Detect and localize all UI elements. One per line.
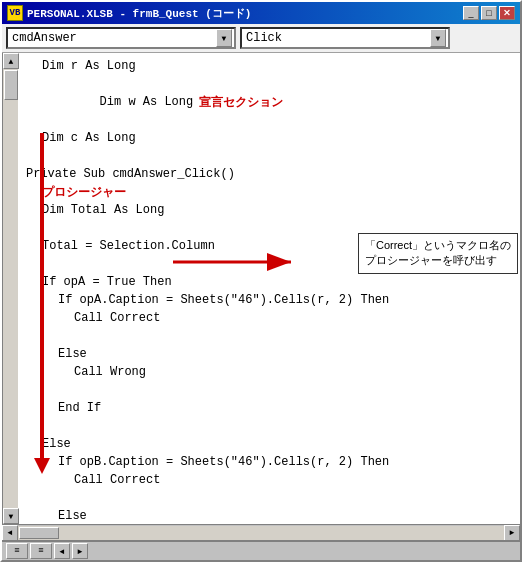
title-bar: VB PERSONAL.XLSB - frmB_Quest (コード) _ □ … xyxy=(2,2,520,24)
code-line-13: End If xyxy=(26,399,512,417)
status-btn-4[interactable]: ► xyxy=(72,543,88,559)
status-btn-3[interactable]: ◄ xyxy=(54,543,70,559)
status-btn-1[interactable]: ≡ xyxy=(6,543,28,559)
code-line-blank6 xyxy=(26,417,512,435)
object-combo-arrow[interactable]: ▼ xyxy=(216,29,232,47)
title-buttons: _ □ ✕ xyxy=(463,6,515,20)
status-bar: ≡ ≡ ◄ ► xyxy=(2,540,520,560)
window-title: PERSONAL.XLSB - frmB_Quest (コード) xyxy=(27,6,251,21)
code-line-12: Call Wrong xyxy=(26,363,512,381)
code-editor[interactable]: Dim r As Long Dim w As Long 宣言セクション Dim … xyxy=(18,53,520,524)
horizontal-scrollbar[interactable]: ◄ ► xyxy=(2,524,520,540)
code-line-9: If opA.Caption = Sheets("46").Cells(r, 2… xyxy=(26,291,512,309)
scroll-left-button[interactable]: ◄ xyxy=(2,525,18,541)
h-scroll-thumb[interactable] xyxy=(19,527,59,539)
scroll-thumb[interactable] xyxy=(4,70,18,100)
code-line-3: Dim c As Long xyxy=(26,129,512,147)
down-arrow-annotation xyxy=(36,133,48,474)
code-line-10: Call Correct xyxy=(26,309,512,327)
annotation-correct-line2: プロシージャーを呼び出す xyxy=(365,253,511,268)
close-button[interactable]: ✕ xyxy=(499,6,515,20)
code-line-blank5 xyxy=(26,381,512,399)
code-line-blank1 xyxy=(26,147,512,165)
procedure-combo[interactable]: Click ▼ xyxy=(240,27,450,49)
scroll-right-button[interactable]: ► xyxy=(504,525,520,541)
minimize-button[interactable]: _ xyxy=(463,6,479,20)
code-line-11: Else xyxy=(26,345,512,363)
annotation-correct: 「Correct」というマクロ名の プロシージャーを呼び出す xyxy=(358,233,518,274)
right-arrow-svg xyxy=(173,248,303,276)
scroll-up-button[interactable]: ▲ xyxy=(3,53,19,69)
bottom-area: ◄ ► ≡ ≡ ◄ ► xyxy=(2,524,520,560)
maximize-button[interactable]: □ xyxy=(481,6,497,20)
object-combo-value: cmdAnswer xyxy=(12,31,77,45)
main-window: VB PERSONAL.XLSB - frmB_Quest (コード) _ □ … xyxy=(0,0,522,562)
vertical-scrollbar[interactable]: ▲ ▼ xyxy=(2,53,18,524)
right-arrow-group xyxy=(173,248,303,276)
code-line-15: If opB.Caption = Sheets("46").Cells(r, 2… xyxy=(26,453,512,471)
annotation-correct-line1: 「Correct」というマクロ名の xyxy=(365,238,511,253)
status-btn-2[interactable]: ≡ xyxy=(30,543,52,559)
annotation-procedure: プロシージャー xyxy=(42,183,126,201)
code-line-2: Dim w As Long 宣言セクション xyxy=(26,75,512,129)
code-line-17: Else xyxy=(26,507,512,524)
code-line-4: Private Sub cmdAnswer_Click() xyxy=(26,165,512,183)
app-icon: VB xyxy=(7,5,23,21)
toolbar: cmdAnswer ▼ Click ▼ xyxy=(2,24,520,53)
arrow-line xyxy=(40,133,44,458)
arrow-head xyxy=(34,458,50,474)
code-line-14: Else xyxy=(26,435,512,453)
title-bar-left: VB PERSONAL.XLSB - frmB_Quest (コード) xyxy=(7,5,251,21)
scroll-track[interactable] xyxy=(3,69,18,508)
object-combo[interactable]: cmdAnswer ▼ xyxy=(6,27,236,49)
code-line-blank4 xyxy=(26,327,512,345)
code-area: ▲ ▼ Dim r As Long Dim w As Long 宣言セクション … xyxy=(2,53,520,524)
annotation-declaration: 宣言セクション xyxy=(199,93,283,111)
code-line-6: Dim Total As Long xyxy=(26,201,512,219)
h-scroll-track[interactable] xyxy=(18,526,504,540)
code-line-16: Call Correct xyxy=(26,471,512,489)
code-line-blank7 xyxy=(26,489,512,507)
scroll-down-button[interactable]: ▼ xyxy=(3,508,19,524)
code-line-1: Dim r As Long xyxy=(26,57,512,75)
procedure-combo-arrow[interactable]: ▼ xyxy=(430,29,446,47)
code-line-5: プロシージャー xyxy=(26,183,512,201)
procedure-combo-value: Click xyxy=(246,31,282,45)
